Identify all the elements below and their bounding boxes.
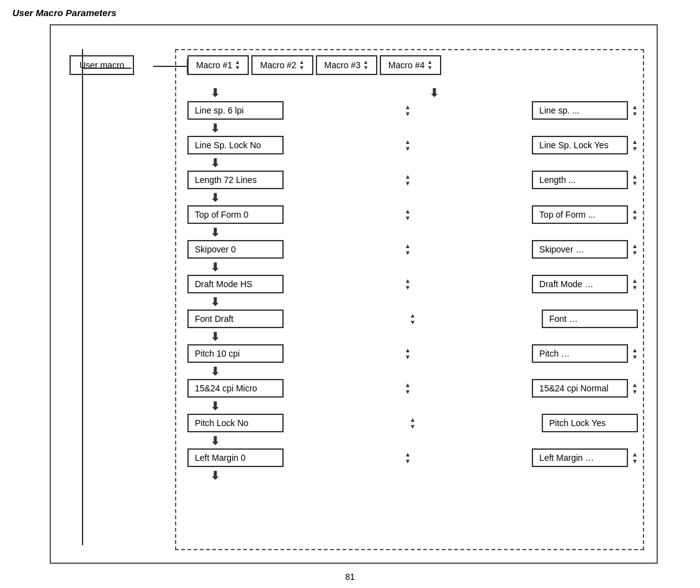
param-left-10: Left Margin 0 <box>187 448 284 467</box>
param-right-2: Length ... <box>532 171 628 189</box>
down-arrow-3: ⬇ <box>210 226 220 239</box>
param-left-7: Pitch 10 cpi <box>187 344 284 363</box>
top-vert-line <box>82 49 83 68</box>
param-right-7: Pitch … <box>532 344 628 363</box>
param-left-4: Skipover 0 <box>187 240 284 259</box>
param-row-6: Font Draft ▲▼ Font … <box>187 310 638 328</box>
between-arrow-7: ▲▼ <box>405 347 411 360</box>
right-arrow-8: ▲▼ <box>632 381 638 395</box>
outer-box: User macro Macro #1 ▲▼ Macro #2 ▲▼ Macro… <box>50 24 658 564</box>
between-arrow-4: ▲▼ <box>405 243 411 256</box>
between-arrow-5: ▲▼ <box>405 277 411 291</box>
param-right-1: Line Sp. Lock Yes <box>532 136 628 154</box>
param-right-10: Left Margin … <box>532 448 628 467</box>
between-arrow-6: ▲▼ <box>410 312 416 326</box>
col-right-arrow-top: ⬇ <box>429 86 439 100</box>
param-row-7: Pitch 10 cpi ▲▼ Pitch … ▲▼ <box>187 344 638 363</box>
right-arrow-2: ▲▼ <box>632 173 638 187</box>
between-arrow-2: ▲▼ <box>405 173 411 187</box>
param-left-6: Font Draft <box>187 310 284 328</box>
col-left-arrow-top: ⬇ <box>210 86 220 100</box>
param-right-0: Line sp. ... <box>532 101 628 120</box>
param-left-9: Pitch Lock No <box>187 414 284 432</box>
user-macro-box: User macro <box>70 55 134 75</box>
param-right-8: 15&24 cpi Normal <box>532 379 628 398</box>
param-right-9: Pitch Lock Yes <box>542 414 638 432</box>
macro1-arrows: ▲▼ <box>235 60 240 71</box>
down-arrow-1: ⬇ <box>210 156 220 170</box>
param-left-3: Top of Form 0 <box>187 205 284 224</box>
param-row-8: 15&24 cpi Micro ▲▼ 15&24 cpi Normal ▲▼ <box>187 379 638 398</box>
user-macro-arrow <box>153 61 192 71</box>
down-arrow-6: ⬇ <box>210 330 220 344</box>
top-horiz-line-to-box <box>82 68 132 69</box>
macro2-arrows: ▲▼ <box>299 60 305 71</box>
param-row-9: Pitch Lock No ▲▼ Pitch Lock Yes <box>187 414 638 432</box>
param-row-5: Draft Mode HS ▲▼ Draft Mode … ▲▼ <box>187 275 638 293</box>
param-row-3: Top of Form 0 ▲▼ Top of Form ... ▲▼ <box>187 205 638 224</box>
param-row-2: Length 72 Lines ▲▼ Length ... ▲▼ <box>187 171 638 189</box>
right-arrow-5: ▲▼ <box>632 277 638 291</box>
right-arrow-7: ▲▼ <box>632 347 638 360</box>
down-arrow-5: ⬇ <box>210 295 220 309</box>
param-left-2: Length 72 Lines <box>187 171 284 189</box>
param-left-1: Line Sp. Lock No <box>187 136 284 154</box>
param-row-4: Skipover 0 ▲▼ Skipover … ▲▼ <box>187 240 638 259</box>
between-arrow-10: ▲▼ <box>405 451 411 465</box>
param-right-6: Font … <box>542 310 638 328</box>
between-arrow-8: ▲▼ <box>405 381 411 395</box>
right-arrow-0: ▲▼ <box>632 104 638 117</box>
param-row-0: Line sp. 6 lpi ▲▼ Line sp. ... ▲▼ <box>187 101 638 120</box>
page-title: User Macro Parameters <box>0 0 700 22</box>
param-right-3: Top of Form ... <box>532 205 628 224</box>
param-left-8: 15&24 cpi Micro <box>187 379 284 398</box>
param-row-10: Left Margin 0 ▲▼ Left Margin … ▲▼ <box>187 448 638 467</box>
param-right-4: Skipover … <box>532 240 628 259</box>
down-arrow-4: ⬇ <box>210 261 220 274</box>
down-arrow-0: ⬇ <box>210 122 220 135</box>
right-arrow-10: ▲▼ <box>632 451 638 465</box>
macro3-arrows: ▲▼ <box>363 60 369 71</box>
between-arrow-3: ▲▼ <box>405 208 411 221</box>
param-row-1: Line Sp. Lock No ▲▼ Line Sp. Lock Yes ▲▼ <box>187 136 638 154</box>
between-arrow-1: ▲▼ <box>405 138 411 152</box>
param-left-5: Draft Mode HS <box>187 275 284 293</box>
down-arrow-2: ⬇ <box>210 191 220 205</box>
macro-tab-1[interactable]: Macro #1 ▲▼ <box>187 55 249 75</box>
down-arrow-9: ⬇ <box>210 434 220 448</box>
page-number: 81 <box>345 572 355 582</box>
between-arrow-0: ▲▼ <box>405 104 411 117</box>
param-right-5: Draft Mode … <box>532 275 628 293</box>
left-vert-line <box>82 49 83 545</box>
between-arrow-9: ▲▼ <box>410 416 416 430</box>
macro4-arrows: ▲▼ <box>427 60 433 71</box>
right-arrow-4: ▲▼ <box>632 243 638 256</box>
down-arrow-10: ⬇ <box>210 469 220 483</box>
macro-tabs-row: Macro #1 ▲▼ Macro #2 ▲▼ Macro #3 ▲▼ Macr… <box>187 55 441 75</box>
down-arrow-8: ⬇ <box>210 399 220 413</box>
dashed-box <box>175 49 644 550</box>
right-arrow-1: ▲▼ <box>632 138 638 152</box>
macro-tab-4[interactable]: Macro #4 ▲▼ <box>380 55 441 75</box>
down-arrow-7: ⬇ <box>210 365 220 378</box>
macro-tab-2[interactable]: Macro #2 ▲▼ <box>251 55 313 75</box>
param-left-0: Line sp. 6 lpi <box>187 101 284 120</box>
macro-tab-3[interactable]: Macro #3 ▲▼ <box>316 55 377 75</box>
right-arrow-3: ▲▼ <box>632 208 638 221</box>
